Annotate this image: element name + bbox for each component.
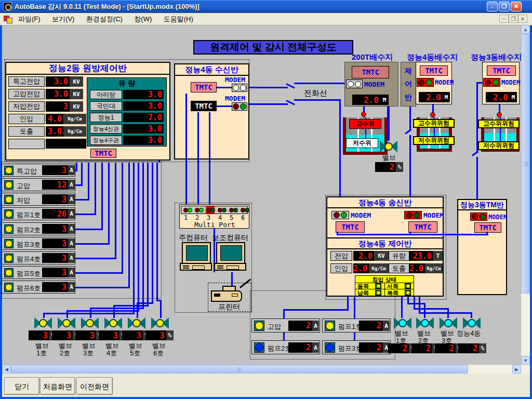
app-icon <box>3 2 12 11</box>
mdi-minimize-button[interactable]: ─ <box>499 15 509 23</box>
led-red <box>233 103 239 110</box>
tmtc-button[interactable]: TMTC <box>336 221 365 233</box>
tmtc-button-dark[interactable]: TMTC <box>191 101 217 111</box>
menu-window[interactable]: 창(W) <box>129 13 156 25</box>
panel-ctrl-title: 정능4동 제어반 <box>327 237 443 249</box>
meter-row: 펌프2호 2 A <box>251 340 320 354</box>
row-unit: Kg/Cm <box>63 126 86 137</box>
row-value: 3 <box>46 101 70 112</box>
flow-value: 3.0 <box>123 90 164 99</box>
tmtc-button[interactable]: TMTC <box>90 149 116 158</box>
res200-side-box: 제 어 반 <box>401 62 416 107</box>
row-label: 특고전압 <box>8 76 45 87</box>
minimize-button[interactable]: - <box>487 2 498 11</box>
modem-label: MODEM <box>501 79 520 86</box>
main-computer-label: 주컴퓨터 <box>179 233 208 243</box>
panel-jeongneung2-control: 정능2동 원방제어반 특고전압 3.0 KV 고압전압 3.0 KV 저압전압 … <box>5 62 170 161</box>
menu-view[interactable]: 보기(V) <box>47 13 79 25</box>
modem-led-left <box>331 211 349 219</box>
row-value: 4.0 <box>46 114 63 124</box>
tmtc-button[interactable]: TMTC <box>474 222 501 233</box>
tmtc-button[interactable]: TMTC <box>420 65 448 76</box>
home-screen-button[interactable]: 처음화면 <box>40 377 75 395</box>
meter-row: 펌프5호 3 A <box>2 266 75 279</box>
row-label: 저압전압 <box>8 101 45 112</box>
valve-1[interactable] <box>34 317 52 329</box>
v-scroll-thumb[interactable] <box>521 34 530 294</box>
tmtc-button[interactable]: TMTC <box>487 65 516 76</box>
phone-line-label: 전화선 <box>304 88 327 98</box>
bottom-bar: 닫기 처음화면 이전화면 <box>2 374 530 397</box>
close-button[interactable]: ✕ <box>511 2 522 11</box>
meter-row: 특고압 3 A <box>2 164 75 177</box>
level-value: 2.0 <box>419 92 443 102</box>
mdi-close-button[interactable]: ✕ <box>518 15 527 23</box>
tmtc-button[interactable]: TMTC <box>352 66 389 78</box>
flow-label: 정능4신관 <box>90 124 122 134</box>
row-value: 3.0 <box>46 76 70 87</box>
row-label: 인입 <box>8 114 45 124</box>
level-unit: M <box>380 95 389 105</box>
scroll-down-button[interactable]: ▼ <box>521 356 530 365</box>
meter-row: 펌프1호 26 A <box>2 207 75 220</box>
valve-200t[interactable] <box>380 141 397 152</box>
flow-value: 3.0 <box>123 136 164 145</box>
panel-rx-title: 정능4동 수신반 <box>175 64 248 76</box>
valve-r4[interactable] <box>463 317 481 329</box>
flow-label: 정능1 <box>90 113 122 122</box>
scroll-up-button[interactable]: ▲ <box>521 25 530 34</box>
multiport-box: 1 2 3 4 5 6 Multi Port <box>179 204 249 229</box>
modem-label: MODEM <box>225 95 245 102</box>
level-unit: M <box>510 92 517 102</box>
main-computer-icon <box>182 242 211 264</box>
meter-row: 펌프3호 2 A <box>322 340 391 354</box>
menu-bar: 파일(F) 보기(V) 환경설정(C) 창(W) 도움말(H) ─ ❐ ✕ <box>0 13 532 25</box>
res3-title: 정능3동배수지 <box>471 52 522 62</box>
modem-label: MODEM <box>488 214 507 221</box>
valve-r1[interactable] <box>394 317 411 329</box>
menu-settings[interactable]: 환경설정(C) <box>82 13 127 25</box>
valve-2[interactable] <box>58 317 75 329</box>
h-scroll-thumb[interactable] <box>11 365 468 374</box>
res4-title: 정능4동배수지 <box>407 52 458 62</box>
maximize-button[interactable]: ❐ <box>499 2 510 11</box>
scroll-left-button[interactable]: ◀ <box>2 365 11 374</box>
modem-label: MODEM <box>435 79 454 86</box>
menu-file[interactable]: 파일(F) <box>14 13 45 25</box>
meter-row: 펌프2호 3 A <box>2 222 75 235</box>
low-alarm-label: 저수위위험 <box>478 141 520 150</box>
low-level-label: 저수위 <box>346 138 378 148</box>
row-value-empty <box>46 139 86 149</box>
row-unit: KV <box>70 89 83 99</box>
menu-help[interactable]: 도움말(H) <box>159 13 198 25</box>
modem-led <box>470 212 487 221</box>
valve-200t-label: 밸브 <box>382 153 396 163</box>
side-char: 제 <box>405 66 412 76</box>
row-unit: KV <box>70 101 83 112</box>
high-alarm-label: 고수위위험 <box>413 119 455 128</box>
meter-row: 저압 3 A <box>2 193 75 206</box>
valve-r3[interactable] <box>440 317 457 329</box>
tmtc-button[interactable]: TMTC <box>408 221 437 233</box>
mdi-child-icon <box>4 16 11 22</box>
meter-row: 고압 12 A <box>2 178 75 191</box>
valve-6[interactable] <box>151 317 169 329</box>
close-screen-button[interactable]: 닫기 <box>4 377 39 395</box>
tmtc-button[interactable]: TMTC <box>191 82 217 92</box>
row-unit: Kg/Cm <box>63 114 86 124</box>
panel-jeongneung2-title: 정능2동 원방제어반 <box>6 63 169 75</box>
row-label-empty <box>8 139 45 149</box>
main-computer-base <box>180 263 212 271</box>
modem-label: MODEM <box>351 211 371 219</box>
scroll-right-button[interactable]: ▶ <box>512 365 521 374</box>
level-value: 2.0 <box>486 92 510 102</box>
valve-r2[interactable] <box>416 317 434 329</box>
valve-3[interactable] <box>81 317 99 329</box>
window-title: AutoBase 감시 9.0.11 (Test Mode) - [StartU… <box>15 2 200 11</box>
flow-value: 7.0 <box>123 113 164 122</box>
prev-screen-button[interactable]: 이전화면 <box>76 377 113 395</box>
valve-4[interactable] <box>104 317 122 329</box>
mdi-restore-button[interactable]: ❐ <box>509 15 518 23</box>
valve-5[interactable] <box>128 317 145 329</box>
diagram-title: 원격제어 및 감시 전체구성도 <box>193 40 353 55</box>
